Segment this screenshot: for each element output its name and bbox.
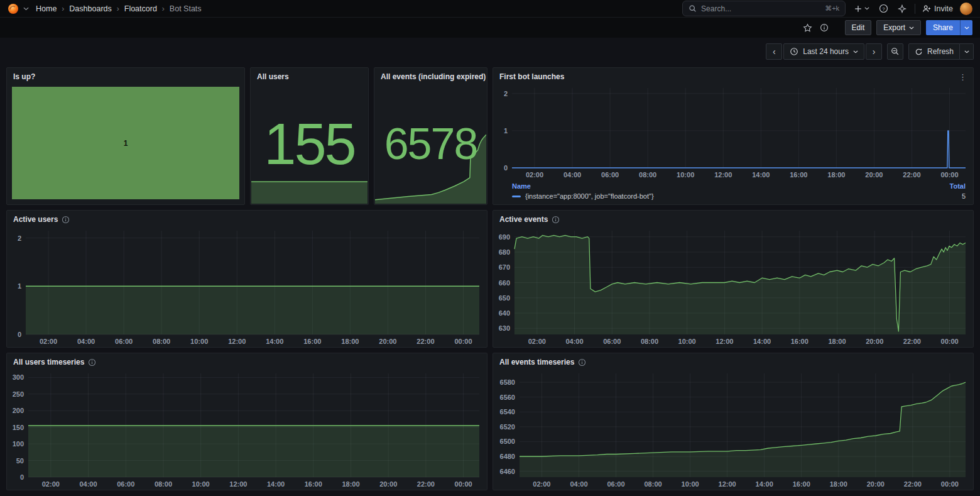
svg-text:12:00: 12:00 <box>716 338 733 345</box>
legend-total-header[interactable]: Total <box>950 182 966 190</box>
svg-text:300: 300 <box>13 373 24 381</box>
svg-text:0: 0 <box>20 473 24 481</box>
all-users-timeseries-chart[interactable]: 02:0004:0006:0008:0010:0012:0014:0016:00… <box>7 368 487 490</box>
active-events-chart[interactable]: 02:0004:0006:0008:0010:0012:0014:0016:00… <box>493 226 973 347</box>
share-button[interactable]: Share <box>926 20 960 35</box>
svg-text:14:00: 14:00 <box>756 480 773 488</box>
all-events-timeseries-chart[interactable]: 02:0004:0006:0008:0010:0012:0014:0016:00… <box>493 368 973 490</box>
svg-text:1: 1 <box>18 282 21 290</box>
dashboard-info-button[interactable] <box>819 22 830 33</box>
legend-series-row[interactable]: {instance="app:8000", job="floatcord-bot… <box>512 191 966 201</box>
panel-info-icon[interactable] <box>578 358 586 366</box>
svg-text:12:00: 12:00 <box>228 338 246 345</box>
refresh-interval-button[interactable] <box>960 43 974 60</box>
avatar[interactable] <box>960 3 972 15</box>
first-bot-launches-svg: 02:0004:0006:0008:0010:0012:0014:0016:00… <box>493 83 973 180</box>
breadcrumb-separator: › <box>62 4 64 13</box>
first-bot-launches-chart[interactable]: 02:0004:0006:0008:0010:0012:0014:0016:00… <box>493 83 973 180</box>
refresh-button[interactable]: Refresh <box>908 43 960 60</box>
panel-title-active-events[interactable]: Active events <box>499 215 548 224</box>
svg-text:20:00: 20:00 <box>379 338 396 345</box>
time-range-button[interactable]: Last 24 hours <box>783 43 864 60</box>
svg-text:10:00: 10:00 <box>190 338 208 345</box>
chevron-down-icon[interactable] <box>23 7 29 11</box>
panel-title-first-bot-launches[interactable]: First bot launches <box>499 72 564 81</box>
invite-label: Invite <box>934 4 953 13</box>
time-shift-forward-button[interactable]: › <box>866 43 882 60</box>
top-nav: Home › Dashboards › Floatcord › Bot Stat… <box>0 0 980 18</box>
svg-text:02:00: 02:00 <box>528 338 546 345</box>
svg-text:14:00: 14:00 <box>267 480 285 488</box>
svg-text:20:00: 20:00 <box>865 171 883 179</box>
panel-header: All users <box>251 68 368 83</box>
export-button[interactable]: Export <box>876 20 921 35</box>
panel-is-up: Is up? 1 <box>6 67 245 205</box>
panel-title-all-events-timeseries[interactable]: All events timeseries <box>499 358 574 366</box>
panel-menu-icon[interactable]: ⋮ <box>957 73 968 81</box>
series-label: {instance="app:8000", job="floatcord-bot… <box>525 192 654 200</box>
is-up-value: 1 <box>124 139 128 148</box>
clock-icon <box>790 47 798 56</box>
svg-text:20:00: 20:00 <box>379 480 397 488</box>
panel-info-icon[interactable] <box>62 216 70 224</box>
breadcrumb-dashboards[interactable]: Dashboards <box>69 4 111 13</box>
search-field[interactable] <box>701 4 820 13</box>
panel-title-all-users[interactable]: All users <box>257 72 289 81</box>
svg-text:16:00: 16:00 <box>305 480 322 488</box>
svg-text:12:00: 12:00 <box>719 480 736 488</box>
svg-text:16:00: 16:00 <box>791 338 808 345</box>
svg-text:6480: 6480 <box>500 453 515 460</box>
breadcrumb-current: Bot Stats <box>170 4 202 13</box>
panel-header: First bot launches ⋮ <box>493 68 973 83</box>
svg-text:660: 660 <box>499 279 510 287</box>
panel-all-users-timeseries: All users timeseries 02:0004:0006:0008:0… <box>6 353 487 490</box>
all-users-sparkline-svg <box>251 158 368 204</box>
search-icon <box>689 4 697 13</box>
series-total-value: 5 <box>962 192 966 200</box>
refresh-icon <box>915 48 923 56</box>
svg-text:20:00: 20:00 <box>866 338 883 345</box>
panel-title-all-events[interactable]: All events (including expired) <box>381 72 486 81</box>
zoom-out-button[interactable] <box>887 43 903 60</box>
new-button[interactable] <box>852 3 871 14</box>
svg-text:18:00: 18:00 <box>341 338 359 345</box>
zoom-out-icon <box>891 47 900 56</box>
svg-text:00:00: 00:00 <box>941 338 959 345</box>
invite-button[interactable]: Invite <box>922 4 953 13</box>
search-input[interactable]: ⌘+k <box>682 1 846 16</box>
time-shift-back-button[interactable]: ‹ <box>766 43 782 60</box>
series-color-marker <box>512 196 521 197</box>
edit-button[interactable]: Edit <box>845 20 872 35</box>
svg-text:02:00: 02:00 <box>42 480 60 488</box>
grafana-logo[interactable] <box>8 3 19 14</box>
breadcrumb-home[interactable]: Home <box>36 4 57 13</box>
svg-text:18:00: 18:00 <box>830 480 847 488</box>
star-button[interactable] <box>802 22 814 34</box>
svg-text:00:00: 00:00 <box>455 480 472 488</box>
svg-text:22:00: 22:00 <box>903 171 920 179</box>
chevron-down-icon <box>964 50 969 53</box>
legend-name-header[interactable]: Name <box>512 182 531 190</box>
person-plus-icon <box>922 4 931 13</box>
svg-text:02:00: 02:00 <box>40 338 57 345</box>
share-options-button[interactable] <box>960 20 972 35</box>
svg-text:20:00: 20:00 <box>867 480 885 488</box>
ai-sparkle-button[interactable] <box>896 3 908 14</box>
breadcrumb-folder[interactable]: Floatcord <box>124 4 157 13</box>
panel-info-icon[interactable] <box>88 358 96 366</box>
help-button[interactable]: ? <box>878 3 890 14</box>
svg-text:22:00: 22:00 <box>416 338 434 345</box>
svg-text:0: 0 <box>18 331 21 338</box>
svg-text:08:00: 08:00 <box>641 338 658 345</box>
all-users-timeseries-svg: 02:0004:0006:0008:0010:0012:0014:0016:00… <box>7 368 487 490</box>
time-range-label: Last 24 hours <box>803 47 849 56</box>
panel-title-is-up[interactable]: Is up? <box>13 72 35 81</box>
svg-text:16:00: 16:00 <box>790 171 807 179</box>
panel-title-active-users[interactable]: Active users <box>13 215 58 224</box>
dashboard-grid: Is up? 1 All users 155 <box>0 60 980 496</box>
nav-divider <box>915 4 915 14</box>
breadcrumb: Home › Dashboards › Floatcord › Bot Stat… <box>36 4 202 13</box>
panel-title-all-users-timeseries[interactable]: All users timeseries <box>13 358 84 366</box>
active-users-chart[interactable]: 02:0004:0006:0008:0010:0012:0014:0016:00… <box>7 226 487 347</box>
panel-info-icon[interactable] <box>552 216 560 224</box>
